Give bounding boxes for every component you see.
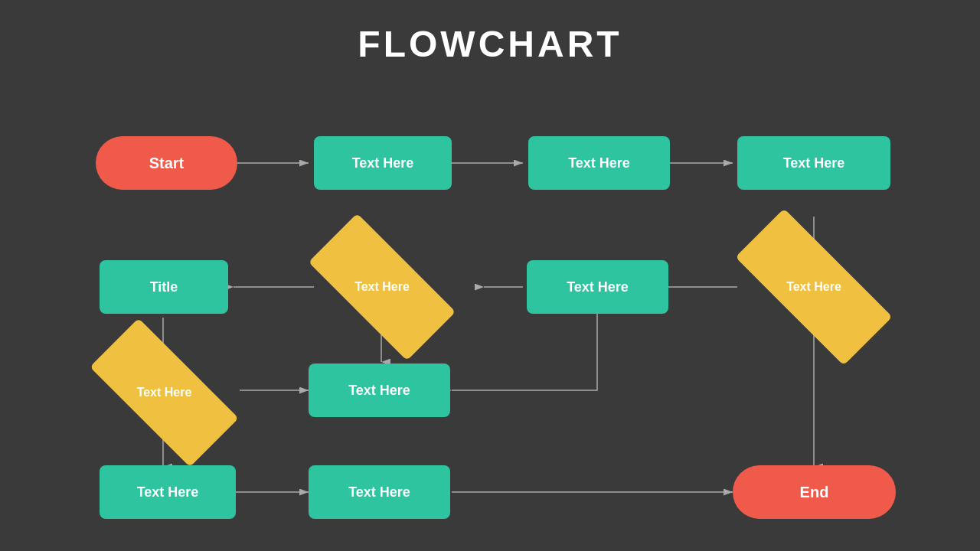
end-label: End [800, 484, 829, 501]
box4-label: Text Here [567, 279, 629, 295]
box4-shape: Text Here [527, 260, 668, 314]
box5-label: Text Here [348, 383, 410, 399]
box3-shape: Text Here [737, 136, 890, 190]
title-box-label: Title [150, 279, 178, 295]
start-label: Start [149, 155, 185, 172]
diamond2-shape: Text Here [93, 358, 235, 427]
box6-shape: Text Here [100, 465, 236, 519]
end-shape: End [733, 465, 896, 519]
diamond4-shape: Text Here [737, 253, 890, 321]
box3-label: Text Here [783, 155, 845, 171]
box7-label: Text Here [348, 484, 410, 500]
title-shape: Title [100, 260, 228, 314]
box1-label: Text Here [352, 155, 414, 171]
box1-shape: Text Here [314, 136, 452, 190]
diamond1-shape: Text Here [312, 253, 452, 321]
box6-label: Text Here [137, 484, 199, 500]
box2-shape: Text Here [528, 136, 670, 190]
box7-shape: Text Here [309, 465, 450, 519]
box5-shape: Text Here [309, 364, 450, 417]
start-shape: Start [96, 136, 237, 190]
box2-label: Text Here [568, 155, 630, 171]
page-title: FLOWCHART [0, 0, 980, 65]
